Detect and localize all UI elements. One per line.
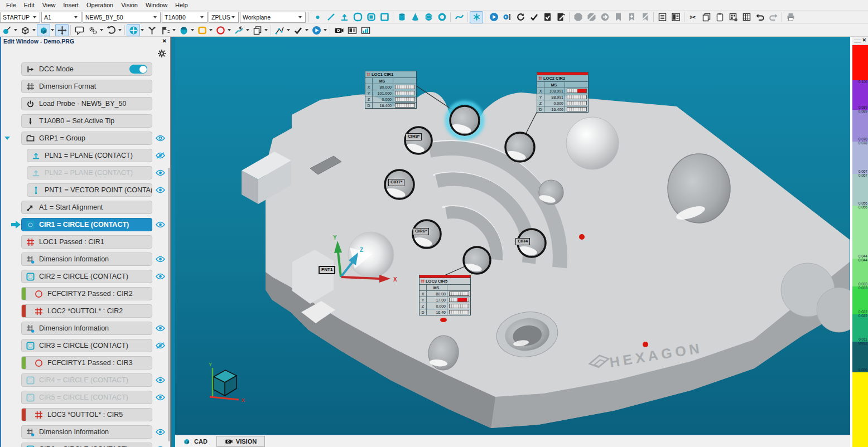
- cylinder-feature-icon[interactable]: [395, 11, 408, 23]
- execute-button[interactable]: [487, 11, 500, 23]
- command-dcc-mode[interactable]: DCC Mode: [21, 62, 152, 76]
- command-loc2[interactable]: LOC2 *OUTTOL* : CIR2: [21, 304, 152, 318]
- solid-view-icon[interactable]: [37, 24, 50, 36]
- analysis-icon[interactable]: [359, 24, 372, 36]
- menu-vision[interactable]: Vision: [117, 1, 142, 9]
- command-cir2[interactable]: CIR2 = CIRCLE (CONTACT): [21, 270, 152, 283]
- feature-label-pnt1[interactable]: PNT1: [319, 266, 335, 274]
- eye-toggle[interactable]: [152, 135, 168, 142]
- snapshot-icon[interactable]: [332, 24, 345, 36]
- tree-expand-caret[interactable]: [4, 137, 10, 140]
- bookmark-icon[interactable]: [611, 11, 625, 23]
- auto-feature-button[interactable]: [470, 11, 483, 23]
- command-dimension-info[interactable]: Dimension Information: [21, 425, 152, 439]
- gear-icon[interactable]: [157, 49, 166, 58]
- command-dimension-format[interactable]: Dimension Format: [21, 80, 152, 93]
- paste-button[interactable]: [713, 11, 726, 23]
- eye-toggle[interactable]: [152, 169, 168, 176]
- bookmark-clear-icon[interactable]: [638, 11, 652, 23]
- point-feature-icon[interactable]: [311, 11, 324, 23]
- plane-feature-icon[interactable]: [337, 11, 351, 23]
- panel-splitter[interactable]: [171, 37, 175, 447]
- paste-pattern-button[interactable]: [726, 11, 740, 23]
- path-branch-icon[interactable]: [145, 24, 158, 36]
- eye-toggle[interactable]: [152, 394, 168, 401]
- eye-toggle[interactable]: [152, 187, 168, 193]
- command-pnt1[interactable]: PNT1 = VECTOR POINT (CONTA(: [27, 183, 152, 197]
- copy-pattern-icon[interactable]: [250, 24, 264, 36]
- command-pln2[interactable]: PLN2 = PLANE (CONTACT): [27, 166, 152, 179]
- command-cir1[interactable]: CIR1 = CIRCLE (CONTACT): [21, 218, 152, 231]
- circle-feature-icon[interactable]: [351, 11, 364, 23]
- close-icon[interactable]: ✕: [162, 38, 167, 44]
- program-combo[interactable]: STARTUP: [0, 12, 40, 23]
- square-slot-icon[interactable]: [378, 11, 391, 23]
- feature-label-cir4[interactable]: CIR4: [515, 238, 530, 245]
- panel-scrollbar[interactable]: [168, 168, 170, 441]
- cone-feature-icon[interactable]: [408, 11, 422, 23]
- close-icon[interactable]: ✕: [862, 37, 866, 43]
- menu-insert[interactable]: Insert: [59, 1, 83, 9]
- part-model[interactable]: HEXAGON: [242, 92, 850, 428]
- menu-operation[interactable]: Operation: [83, 1, 117, 9]
- command-loc3[interactable]: LOC3 *OUTTOL* : CIR5: [21, 408, 152, 421]
- stop-button[interactable]: [571, 11, 585, 23]
- report-eo-icon[interactable]: [345, 24, 359, 36]
- command-dimension-info[interactable]: Dimension Information: [21, 322, 152, 335]
- stop-disabled-button[interactable]: [585, 11, 598, 23]
- curve-feature-icon[interactable]: [452, 11, 466, 23]
- cad-viewport[interactable]: HEXAGON: [175, 37, 850, 435]
- eye-toggle[interactable]: [152, 377, 168, 383]
- report-window-button[interactable]: [669, 11, 682, 23]
- circle-tool-icon[interactable]: [214, 24, 227, 36]
- execute-mini-button[interactable]: [310, 24, 323, 36]
- command-cir5[interactable]: CIR5 = CIRCLE (CONTACT): [21, 391, 152, 404]
- report-edit-button[interactable]: [554, 11, 567, 23]
- menu-edit[interactable]: Edit: [20, 1, 38, 9]
- print-button[interactable]: [784, 11, 797, 23]
- execute-from-cursor-button[interactable]: [500, 11, 514, 23]
- tab-vision[interactable]: VISION: [216, 436, 265, 447]
- probe-utilities-icon[interactable]: [0, 24, 13, 36]
- pattern-grid-button[interactable]: [740, 11, 753, 23]
- command-cir3[interactable]: CIR3 = CIRCLE (CONTACT): [21, 339, 152, 352]
- feature-label-cir8[interactable]: CIR8*: [406, 133, 422, 140]
- view-cube[interactable]: Y X: [209, 362, 245, 403]
- dcc-mode-toggle[interactable]: [129, 65, 147, 74]
- redo-button[interactable]: [766, 11, 780, 23]
- confirm-icon[interactable]: [291, 24, 305, 36]
- copy-button[interactable]: [700, 11, 713, 23]
- menu-window[interactable]: Window: [142, 1, 171, 9]
- menu-help[interactable]: Help: [171, 1, 192, 9]
- navigation-icon[interactable]: [127, 24, 140, 36]
- command-load-probe[interactable]: Load Probe - NEW5_BY_50: [21, 97, 152, 110]
- rotate-icon[interactable]: [104, 24, 118, 36]
- line-feature-icon[interactable]: [324, 11, 337, 23]
- command-cir6[interactable]: CIR6 = CIRCLE (CONTACT): [21, 443, 152, 447]
- report-check-button[interactable]: [541, 11, 554, 23]
- tip-combo[interactable]: T1A0B0: [162, 12, 208, 23]
- loop-button[interactable]: [514, 11, 527, 23]
- dimension-table-loc3[interactable]: LOC3 CIR5 MS X80.00 Y17.00 Z0.000 D16.40: [419, 275, 471, 315]
- view-cube-icon[interactable]: [18, 24, 32, 36]
- command-grp1[interactable]: GRP1 = Group: [21, 132, 152, 145]
- probe-combo[interactable]: NEW5_BY_50: [83, 12, 161, 23]
- view-combo[interactable]: Workplane: [240, 12, 306, 23]
- command-pln1[interactable]: PLN1 = PLANE (CONTACT): [27, 149, 152, 162]
- undo-button[interactable]: [753, 11, 766, 23]
- command-set-active-tip[interactable]: T1A0B0 = Set Active Tip: [21, 114, 152, 128]
- lobe-view-icon[interactable]: [177, 24, 190, 36]
- quick-path-icon[interactable]: [232, 24, 245, 36]
- command-loc1[interactable]: LOC1 Passed : CIR1: [21, 235, 152, 249]
- menu-file[interactable]: File: [2, 1, 20, 9]
- round-slot-icon[interactable]: [364, 11, 378, 23]
- eye-toggle[interactable]: [152, 342, 168, 349]
- alignment-combo[interactable]: A1: [41, 12, 81, 23]
- pan-icon[interactable]: [55, 24, 69, 36]
- eye-toggle[interactable]: [152, 152, 168, 159]
- continue-button[interactable]: [598, 11, 611, 23]
- sphere-feature-icon[interactable]: [422, 11, 435, 23]
- command-dimension-info[interactable]: Dimension Information: [21, 252, 152, 266]
- command-fcfcirty2[interactable]: FCFCIRTY2 Passed : CIR2: [21, 287, 152, 300]
- command-fcfcirty1[interactable]: FCFCIRTY1 Passed : CIR3: [21, 356, 152, 370]
